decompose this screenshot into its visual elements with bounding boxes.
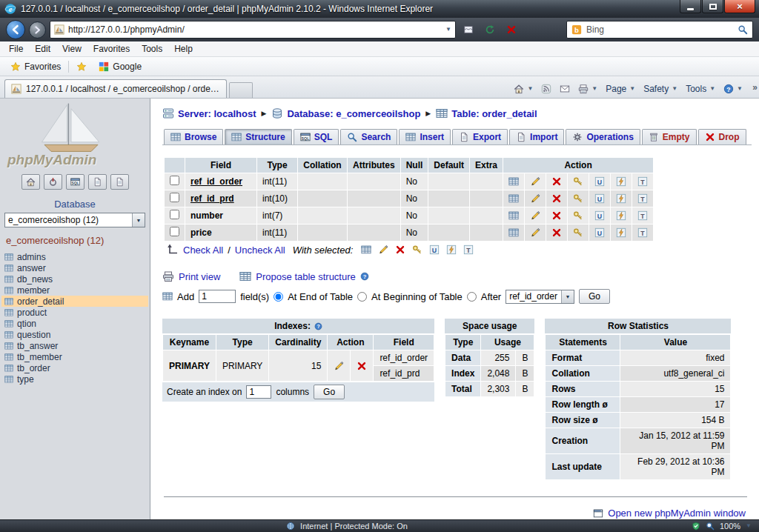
print-button[interactable]: ▼ bbox=[578, 84, 597, 94]
feeds-button[interactable] bbox=[541, 84, 551, 94]
propose-structure-link[interactable]: Propose table structure bbox=[256, 271, 355, 282]
position-after-radio[interactable] bbox=[467, 292, 477, 302]
safety-menu-button[interactable]: Safety▼ bbox=[643, 84, 677, 94]
browse-values-action[interactable] bbox=[503, 173, 524, 190]
help-icon[interactable] bbox=[314, 322, 322, 330]
read-mail-button[interactable] bbox=[560, 84, 570, 94]
uncheck-all-link[interactable]: Uncheck All bbox=[235, 245, 285, 256]
sidebar-item-db-news[interactable]: db_news bbox=[1, 273, 148, 285]
sidebar-item-product[interactable]: product bbox=[1, 307, 148, 318]
tab-browse[interactable]: Browse bbox=[164, 129, 223, 144]
sidebar-item-question[interactable]: question bbox=[1, 329, 148, 340]
drop-field-action[interactable] bbox=[546, 225, 567, 241]
minimize-button[interactable] bbox=[680, 0, 701, 13]
drop-field-action[interactable] bbox=[546, 173, 567, 190]
sidebar-item-member[interactable]: member bbox=[1, 285, 148, 296]
add-field-go-button[interactable]: Go bbox=[579, 289, 610, 304]
index-action[interactable] bbox=[611, 173, 632, 190]
tab-drop[interactable]: Drop bbox=[698, 129, 746, 144]
primary-key-action[interactable] bbox=[568, 225, 589, 241]
edit-field-action[interactable] bbox=[525, 173, 546, 190]
zoom-dropdown-icon[interactable]: ▼ bbox=[746, 523, 752, 529]
search-box[interactable]: Bing bbox=[566, 21, 753, 39]
mysql-docs-button[interactable] bbox=[110, 174, 129, 190]
tab-sql[interactable]: SQL bbox=[294, 129, 339, 144]
browse-values-action[interactable] bbox=[503, 225, 524, 241]
menu-favorites[interactable]: Favorites bbox=[87, 42, 136, 56]
zoom-level[interactable]: 100% bbox=[720, 522, 740, 531]
sidebar-item-answer[interactable]: answer bbox=[1, 262, 148, 273]
browser-tab[interactable]: 127.0.0.1 / localhost / e_comerceoilshop… bbox=[4, 79, 227, 98]
sidebar-item-type[interactable]: type bbox=[1, 373, 148, 385]
sidebar-item-tb-answer[interactable]: tb_answer bbox=[1, 340, 148, 351]
tab-import[interactable]: Import bbox=[509, 129, 564, 144]
search-icon[interactable] bbox=[738, 24, 748, 35]
drop-field-action[interactable] bbox=[546, 190, 567, 207]
close-button[interactable]: × bbox=[724, 0, 755, 13]
position-beginning-radio[interactable] bbox=[357, 292, 367, 302]
unique-action[interactable] bbox=[589, 207, 610, 224]
stop-button[interactable] bbox=[503, 21, 520, 39]
fulltext-action[interactable] bbox=[632, 207, 653, 224]
zoom-icon[interactable] bbox=[706, 522, 715, 531]
primary-key-action[interactable] bbox=[568, 173, 589, 190]
url-dropdown-icon[interactable]: ▼ bbox=[445, 27, 451, 33]
edit-field-action[interactable] bbox=[525, 190, 546, 207]
create-index-columns-input[interactable] bbox=[246, 385, 271, 399]
tab-search[interactable]: Search bbox=[340, 129, 397, 144]
fulltext-action[interactable] bbox=[632, 225, 653, 241]
delete-x-icon[interactable] bbox=[395, 245, 405, 255]
menu-edit[interactable]: Edit bbox=[29, 42, 56, 56]
url-field[interactable]: http://127.0.0.1/phpmyAdmin/ ▼ bbox=[50, 21, 456, 39]
browse-values-action[interactable] bbox=[503, 190, 524, 207]
database-select-arrow[interactable]: ▼ bbox=[132, 213, 145, 227]
home-button[interactable]: ▼ bbox=[514, 84, 533, 94]
compatibility-view-button[interactable] bbox=[460, 21, 477, 39]
new-tab-button[interactable] bbox=[229, 82, 253, 98]
tab-structure[interactable]: Structure bbox=[225, 129, 291, 144]
fulltext-action[interactable] bbox=[632, 190, 653, 207]
help-menu-button[interactable]: ▼ bbox=[723, 84, 743, 94]
index-action[interactable] bbox=[611, 207, 632, 224]
edit-field-action[interactable] bbox=[525, 225, 546, 241]
pma-docs-button[interactable] bbox=[88, 174, 107, 190]
after-field-select[interactable]: ref_id_order ▼ bbox=[506, 290, 574, 304]
index-icon[interactable] bbox=[446, 245, 457, 255]
forward-button[interactable] bbox=[29, 21, 46, 39]
primary-key-action[interactable] bbox=[568, 207, 589, 224]
unique-action[interactable] bbox=[589, 173, 610, 190]
breadcrumb-database-link[interactable]: Database: e_comerceoilshop bbox=[271, 107, 420, 119]
edit-field-action[interactable] bbox=[525, 207, 546, 224]
refresh-button[interactable] bbox=[481, 21, 499, 39]
add-favorite-button[interactable] bbox=[72, 60, 91, 73]
row-checkbox[interactable] bbox=[170, 227, 179, 236]
add-fields-count-input[interactable] bbox=[199, 290, 236, 303]
drop-index-action[interactable] bbox=[351, 350, 373, 381]
unique-action[interactable] bbox=[589, 225, 610, 241]
row-checkbox[interactable] bbox=[170, 210, 179, 219]
tools-menu-button[interactable]: Tools▼ bbox=[686, 84, 715, 94]
check-all-link[interactable]: Check All bbox=[183, 245, 223, 256]
pma-query-window-button[interactable] bbox=[66, 174, 84, 190]
breadcrumb-table-link[interactable]: Table: order_detail bbox=[436, 107, 537, 119]
pma-logout-button[interactable] bbox=[44, 174, 62, 190]
page-menu-button[interactable]: Page▼ bbox=[606, 84, 635, 94]
menu-file[interactable]: File bbox=[3, 42, 29, 56]
index-action[interactable] bbox=[611, 190, 632, 207]
position-end-radio[interactable] bbox=[274, 292, 283, 302]
unique-action[interactable] bbox=[589, 190, 610, 207]
row-checkbox[interactable] bbox=[170, 176, 179, 185]
favorite-item-google[interactable]: Google bbox=[94, 60, 146, 73]
create-index-go-button[interactable]: Go bbox=[314, 385, 345, 399]
menu-view[interactable]: View bbox=[56, 42, 87, 56]
database-select[interactable]: e_comerceoilshop (12) ▼ bbox=[4, 213, 145, 227]
sidebar-item-order-detail[interactable]: order_detail bbox=[1, 296, 148, 307]
sidebar-item-tb-order[interactable]: tb_order bbox=[1, 362, 148, 373]
fulltext-icon[interactable] bbox=[463, 245, 474, 255]
primary-key-action[interactable] bbox=[568, 190, 589, 207]
sidebar-item-qtion[interactable]: qtion bbox=[1, 318, 148, 329]
breadcrumb-server-link[interactable]: Server: localhost bbox=[162, 107, 256, 119]
tab-export[interactable]: Export bbox=[452, 129, 508, 144]
back-button[interactable] bbox=[6, 20, 25, 39]
browse-values-action[interactable] bbox=[503, 207, 524, 224]
